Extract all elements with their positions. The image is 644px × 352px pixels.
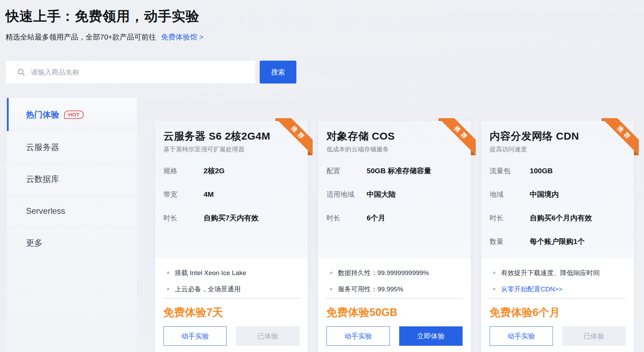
spec-list: 流量包 100GB 地域 中国境内 时长 自购买6个月内有效 数量 每个账户限购…: [490, 164, 626, 264]
button-row: 动手实验 已体验: [490, 326, 626, 346]
sidebar-item-label: 云服务器: [26, 142, 59, 153]
spec-label: 带宽: [163, 190, 204, 199]
offer-text: 免费体验6个月: [490, 305, 626, 320]
card-header-area: 内容分发网络 CDN 提高访问速度 流量包 100GB 地域 中国境内 时长 自…: [481, 121, 634, 258]
card-title: 对象存储 COS: [327, 130, 463, 142]
bullet-item: 搭载 Intel Xeon Ice Lake: [163, 265, 299, 281]
offer-text: 免费体验7天: [163, 305, 299, 320]
spec-value: 自购买6个月内有效: [530, 213, 592, 223]
dotted-divider: [163, 298, 299, 299]
product-card-cos: 对象存储 COS 低成本的云端存储服务 配置 50GB 标准存储容量 适用地域 …: [318, 121, 471, 352]
hot-badge: HOT: [64, 111, 84, 119]
search-icon: [17, 68, 25, 76]
spec-row: 流量包 100GB: [490, 164, 626, 178]
page-subtitle-text: 精选全站最多领用产品，全部70+款产品可前往: [6, 33, 156, 41]
bullet-dot-icon: [493, 288, 495, 290]
spec-value: 50GB 标准存储容量: [367, 166, 431, 176]
search-box: [6, 61, 256, 83]
bullet-item: 有效提升下载速度、降低响应时间: [490, 265, 626, 281]
card-subtitle: 基于英特尔至强可扩展处理器: [163, 145, 299, 153]
bullet-dot-icon: [330, 272, 332, 274]
bullet-text: 有效提升下载速度、降低响应时间: [501, 269, 600, 278]
bullet-dot-icon: [493, 272, 495, 274]
spec-label: 适用地域: [327, 190, 367, 199]
experienced-button: 已体验: [562, 326, 626, 346]
product-card-cdn: 内容分发网络 CDN 提高访问速度 流量包 100GB 地域 中国境内 时长 自…: [481, 121, 634, 352]
dotted-divider: [327, 298, 463, 299]
spec-value: 6个月: [367, 213, 385, 223]
card-title: 内容分发网络 CDN: [490, 130, 626, 142]
bullet-list: 搭载 Intel Xeon Ice Lake 上云必备，全场景通用: [163, 265, 299, 297]
sidebar-item-serverless[interactable]: Serverless: [7, 195, 137, 227]
spec-value: 100GB: [530, 167, 553, 175]
sidebar-item-label: 热门体验: [26, 109, 59, 120]
offer-text: 免费体验50GB: [327, 305, 463, 320]
try-now-button[interactable]: 立即体验: [399, 326, 463, 346]
button-row: 动手实验 已体验: [163, 326, 299, 346]
hands-on-lab-button[interactable]: 动手实验: [327, 326, 390, 346]
bullet-dot-icon: [330, 288, 332, 290]
spec-value: 4M: [204, 190, 214, 199]
product-card-list: 云服务器 S6 2核2G4M 基于英特尔至强可扩展处理器 规格 2核2G 带宽 …: [155, 121, 634, 352]
button-row: 动手实验 立即体验: [327, 326, 463, 346]
search-input[interactable]: [31, 68, 245, 76]
spec-label: 配置: [327, 166, 367, 176]
card-footer-area: 数据持久性：99.9999999999% 服务可用性：99.995% 免费体验5…: [318, 258, 471, 346]
sidebar-item-cloud-server[interactable]: 云服务器: [7, 131, 137, 163]
experienced-button: 已体验: [236, 326, 299, 346]
sidebar-item-more[interactable]: 更多: [7, 227, 137, 258]
bullet-dot-icon: [167, 288, 169, 290]
bullet-list: 有效提升下载速度、降低响应时间 从零开始配置CDN>>: [490, 265, 626, 297]
bullet-text: 上云必备，全场景通用: [175, 285, 241, 294]
spec-row: 适用地域 中国大陆: [327, 187, 463, 201]
spec-label: 时长: [490, 213, 530, 223]
spec-label: 规格: [163, 166, 204, 176]
sidebar: 热门体验 HOT 云服务器 云数据库 Serverless 更多: [7, 98, 137, 352]
dotted-divider: [490, 298, 626, 299]
bullet-item: 服务可用性：99.995%: [327, 281, 463, 297]
card-subtitle: 提高访问速度: [490, 145, 626, 153]
bullet-dot-icon: [167, 272, 169, 274]
spec-value: 中国境内: [530, 190, 559, 199]
spec-label: 地域: [490, 190, 530, 199]
search-button[interactable]: 搜索: [260, 61, 296, 83]
hands-on-lab-button[interactable]: 动手实验: [490, 326, 553, 346]
card-footer-area: 有效提升下载速度、降低响应时间 从零开始配置CDN>> 免费体验6个月 动手实验…: [481, 258, 634, 346]
product-card-cvm: 云服务器 S6 2核2G4M 基于英特尔至强可扩展处理器 规格 2核2G 带宽 …: [155, 121, 308, 352]
spec-row: 地域 中国境内: [490, 187, 626, 201]
bullet-text: 搭载 Intel Xeon Ice Lake: [175, 269, 246, 278]
bullet-text: 数据持久性：99.9999999999%: [338, 269, 429, 278]
page-title: 快速上手：免费领用，动手实验: [6, 7, 199, 26]
bullet-item: 上云必备，全场景通用: [163, 281, 299, 297]
card-header-area: 对象存储 COS 低成本的云端存储服务 配置 50GB 标准存储容量 适用地域 …: [318, 121, 471, 258]
cdn-guide-link[interactable]: 从零开始配置CDN>>: [501, 285, 562, 294]
hands-on-lab-button[interactable]: 动手实验: [163, 326, 227, 346]
spec-row: 数量 每个账户限购1个: [490, 235, 626, 248]
bullet-item: 从零开始配置CDN>>: [490, 281, 626, 297]
spec-row: 规格 2核2G: [163, 164, 299, 178]
spec-label: 流量包: [490, 166, 530, 176]
bullet-list: 数据持久性：99.9999999999% 服务可用性：99.995%: [327, 265, 463, 297]
sidebar-item-label: Serverless: [26, 206, 65, 216]
bullet-text: 服务可用性：99.995%: [338, 285, 403, 294]
spec-row: 配置 50GB 标准存储容量: [327, 164, 463, 178]
sidebar-item-cloud-database[interactable]: 云数据库: [7, 163, 137, 195]
spec-row: 时长 6个月: [327, 211, 463, 225]
sidebar-item-label: 云数据库: [26, 174, 59, 185]
free-gallery-link[interactable]: 免费体验馆 >: [161, 33, 204, 41]
spec-value: 2核2G: [204, 166, 225, 176]
sidebar-item-label: 更多: [26, 237, 43, 248]
spec-row: 时长 自购买6个月内有效: [490, 211, 626, 225]
spec-label: 时长: [163, 213, 204, 223]
spec-value: 自购买7天内有效: [204, 213, 259, 223]
card-subtitle: 低成本的云端存储服务: [327, 145, 463, 153]
spec-row: 时长 自购买7天内有效: [163, 211, 299, 225]
card-footer-area: 搭载 Intel Xeon Ice Lake 上云必备，全场景通用 免费体验7天…: [155, 258, 308, 346]
sidebar-item-hot-experience[interactable]: 热门体验 HOT: [7, 98, 137, 131]
spec-list: 规格 2核2G 带宽 4M 时长 自购买7天内有效: [163, 164, 299, 264]
page-subtitle: 精选全站最多领用产品，全部70+款产品可前往免费体验馆 >: [6, 32, 204, 42]
bullet-item: 数据持久性：99.9999999999%: [327, 265, 463, 281]
spec-row: 带宽 4M: [163, 187, 299, 201]
spec-value: 每个账户限购1个: [530, 237, 585, 246]
spec-list: 配置 50GB 标准存储容量 适用地域 中国大陆 时长 6个月: [327, 164, 463, 264]
